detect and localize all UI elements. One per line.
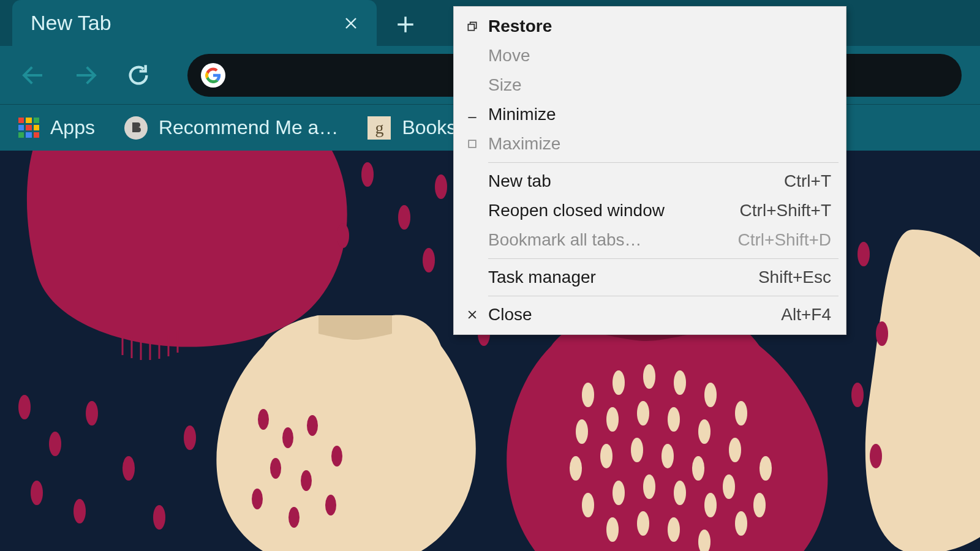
menu-label: New tab bbox=[484, 171, 784, 191]
svg-point-66 bbox=[692, 456, 704, 481]
svg-point-41 bbox=[282, 427, 293, 448]
menu-label: Bookmark all tabs… bbox=[484, 230, 738, 250]
restore-icon bbox=[460, 20, 484, 32]
new-tab-button[interactable] bbox=[392, 11, 419, 38]
menu-label: Restore bbox=[484, 17, 831, 36]
svg-point-46 bbox=[325, 495, 336, 515]
svg-point-72 bbox=[674, 481, 686, 505]
svg-point-52 bbox=[674, 370, 686, 395]
svg-point-20 bbox=[153, 505, 165, 530]
svg-point-64 bbox=[631, 438, 643, 462]
svg-point-14 bbox=[18, 395, 31, 419]
menu-label: Maximize bbox=[484, 134, 831, 154]
apps-icon bbox=[18, 118, 39, 138]
forward-button[interactable] bbox=[71, 61, 100, 90]
svg-point-68 bbox=[753, 493, 766, 517]
bookmark-label: Apps bbox=[50, 116, 95, 139]
maximize-icon bbox=[460, 138, 484, 150]
svg-point-24 bbox=[337, 223, 349, 248]
bookmark-label: Books bbox=[402, 116, 456, 139]
svg-point-61 bbox=[760, 456, 772, 481]
svg-point-44 bbox=[301, 470, 312, 491]
tab-active[interactable]: New Tab bbox=[12, 0, 377, 46]
svg-point-56 bbox=[606, 407, 619, 432]
svg-point-18 bbox=[74, 499, 86, 523]
bookmark-recommend[interactable]: Recommend Me a… bbox=[124, 116, 338, 140]
menu-item-move: Move bbox=[454, 41, 846, 70]
menu-separator bbox=[488, 258, 839, 259]
svg-point-16 bbox=[86, 401, 98, 425]
favicon-icon bbox=[124, 116, 148, 140]
svg-point-50 bbox=[612, 370, 625, 395]
svg-point-39 bbox=[870, 444, 882, 468]
menu-item-minimize[interactable]: Minimize bbox=[454, 100, 846, 129]
close-tab-icon[interactable] bbox=[344, 16, 358, 31]
svg-point-21 bbox=[184, 425, 196, 450]
svg-point-74 bbox=[735, 511, 747, 536]
menu-label: Move bbox=[484, 46, 831, 66]
window-system-menu: Restore Move Size Minimize Maximize New … bbox=[453, 6, 846, 335]
menu-accel: Ctrl+T bbox=[784, 171, 831, 191]
menu-item-reopen-window[interactable]: Reopen closed window Ctrl+Shift+T bbox=[454, 196, 846, 225]
tab-title: New Tab bbox=[31, 11, 344, 35]
svg-point-65 bbox=[662, 444, 674, 468]
minimize-icon bbox=[460, 108, 484, 121]
svg-point-71 bbox=[643, 474, 655, 499]
menu-separator bbox=[488, 296, 839, 296]
menu-label: Close bbox=[484, 305, 781, 324]
close-icon bbox=[460, 309, 484, 321]
svg-point-75 bbox=[606, 517, 619, 542]
svg-rect-79 bbox=[468, 24, 474, 31]
svg-point-48 bbox=[252, 489, 263, 509]
menu-item-close[interactable]: Close Alt+F4 bbox=[454, 300, 846, 329]
svg-point-67 bbox=[723, 474, 735, 499]
svg-point-47 bbox=[288, 507, 300, 528]
menu-item-task-manager[interactable]: Task manager Shift+Esc bbox=[454, 263, 846, 292]
svg-point-15 bbox=[49, 432, 61, 456]
menu-accel: Alt+F4 bbox=[781, 305, 831, 324]
svg-point-60 bbox=[729, 438, 741, 462]
menu-item-maximize: Maximize bbox=[454, 129, 846, 159]
svg-point-76 bbox=[637, 511, 649, 536]
svg-rect-81 bbox=[469, 140, 476, 148]
favicon-icon: g bbox=[368, 116, 391, 140]
bookmark-label: Recommend Me a… bbox=[159, 116, 338, 139]
svg-point-49 bbox=[582, 383, 594, 407]
menu-item-new-tab[interactable]: New tab Ctrl+T bbox=[454, 167, 846, 196]
menu-label: Task manager bbox=[484, 268, 758, 287]
svg-point-55 bbox=[576, 419, 588, 444]
svg-point-22 bbox=[361, 162, 374, 187]
menu-label: Minimize bbox=[484, 105, 831, 124]
svg-point-59 bbox=[698, 419, 710, 444]
svg-point-45 bbox=[331, 446, 342, 467]
svg-point-25 bbox=[435, 174, 447, 199]
menu-accel: Shift+Esc bbox=[758, 268, 831, 287]
svg-point-19 bbox=[123, 456, 135, 481]
google-icon bbox=[201, 63, 225, 88]
menu-label: Size bbox=[484, 75, 831, 95]
svg-point-26 bbox=[423, 248, 435, 272]
svg-point-51 bbox=[643, 364, 655, 389]
menu-accel: Ctrl+Shift+D bbox=[738, 230, 832, 250]
back-button[interactable] bbox=[18, 61, 48, 90]
svg-point-69 bbox=[582, 493, 594, 517]
menu-label: Reopen closed window bbox=[484, 201, 740, 220]
reload-button[interactable] bbox=[124, 61, 153, 90]
svg-point-17 bbox=[31, 481, 43, 505]
svg-point-73 bbox=[704, 493, 717, 517]
bookmark-apps[interactable]: Apps bbox=[18, 116, 95, 139]
menu-item-size: Size bbox=[454, 70, 846, 100]
svg-point-42 bbox=[307, 415, 318, 436]
svg-point-53 bbox=[704, 383, 717, 407]
menu-item-restore[interactable]: Restore bbox=[454, 12, 846, 41]
svg-point-43 bbox=[270, 458, 281, 479]
svg-point-40 bbox=[258, 409, 269, 430]
svg-point-38 bbox=[851, 383, 864, 407]
svg-point-70 bbox=[612, 481, 625, 505]
svg-point-36 bbox=[858, 242, 870, 266]
bookmark-books[interactable]: g Books bbox=[368, 116, 456, 140]
svg-point-37 bbox=[876, 321, 888, 346]
svg-point-23 bbox=[398, 205, 410, 230]
menu-item-bookmark-all: Bookmark all tabs… Ctrl+Shift+D bbox=[454, 225, 846, 255]
svg-point-58 bbox=[668, 407, 680, 432]
